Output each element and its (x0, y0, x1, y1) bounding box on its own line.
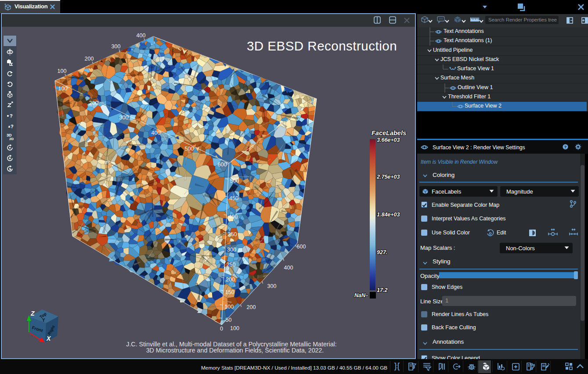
svg-text:400: 400 (137, 32, 146, 39)
svg-text:17.2: 17.2 (377, 287, 387, 293)
svg-text:500: 500 (185, 146, 194, 152)
svg-text:100: 100 (224, 304, 234, 310)
svg-text:300: 300 (267, 283, 277, 289)
svg-text:100: 100 (230, 325, 239, 331)
svg-text:200: 200 (89, 100, 98, 106)
svg-text:450: 450 (229, 195, 238, 201)
svg-text:3D Microstructure and Deformat: 3D Microstructure and Deformation Fields… (146, 347, 324, 354)
svg-text:0: 0 (220, 326, 223, 332)
svg-text:400: 400 (284, 265, 293, 271)
svg-text:250: 250 (227, 262, 236, 268)
svg-text:?: ? (11, 124, 14, 129)
svg-text:150: 150 (225, 289, 234, 295)
svg-text:300: 300 (112, 43, 121, 50)
svg-text:600: 600 (218, 162, 227, 168)
svg-text:1.84e+03: 1.84e+03 (377, 212, 400, 218)
svg-text:Z: Z (30, 310, 35, 317)
svg-text:200: 200 (226, 277, 235, 283)
svg-text:200: 200 (247, 304, 256, 310)
svg-text:Y: Y (42, 318, 45, 323)
svg-text:100: 100 (58, 86, 68, 92)
svg-text:3D EBSD Reconstruction: 3D EBSD Reconstruction (247, 39, 397, 53)
svg-text:NaN–: NaN– (354, 292, 368, 298)
svg-text:X: X (46, 335, 51, 342)
svg-text:400: 400 (228, 214, 238, 220)
svg-text:?: ? (10, 113, 13, 119)
svg-text:350: 350 (228, 231, 237, 237)
svg-text:2D: 2D (9, 137, 14, 141)
svg-text:2.75e+03: 2.75e+03 (376, 174, 400, 180)
svg-text:600: 600 (297, 244, 306, 250)
svg-text:300: 300 (227, 247, 236, 253)
svg-text:100: 100 (58, 68, 67, 74)
svg-text:200: 200 (85, 56, 94, 62)
svg-text:300: 300 (119, 115, 129, 121)
svg-text:927.: 927. (377, 249, 387, 255)
svg-text:500: 500 (230, 178, 239, 184)
svg-text:FaceLabels: FaceLabels (372, 129, 406, 137)
svg-text:50: 50 (226, 317, 232, 323)
svg-text:3.66e+03: 3.66e+03 (377, 137, 400, 143)
svg-text:400: 400 (152, 130, 161, 136)
